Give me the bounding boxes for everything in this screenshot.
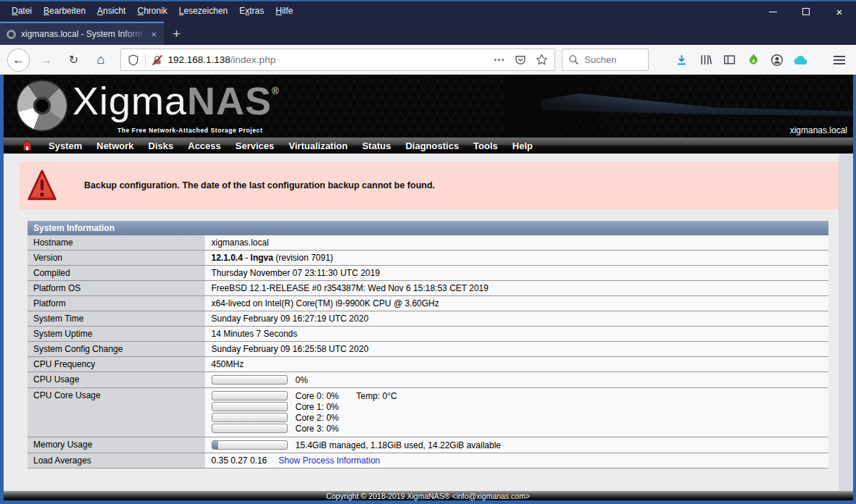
menu-lesezeichen[interactable]: Lesezeichen <box>173 1 233 21</box>
nav-diagnostics[interactable]: Diagnostics <box>398 140 466 151</box>
nav-system[interactable]: System <box>41 140 89 151</box>
row-label: Version <box>28 251 205 266</box>
page-actions-button[interactable]: ••• <box>494 56 505 64</box>
xigmanas-logo[interactable]: XigmaNAS® <box>17 81 279 130</box>
nav-services[interactable]: Services <box>228 140 282 151</box>
page-bottom-border <box>0 500 856 504</box>
back-button[interactable]: ← <box>7 49 30 72</box>
site-header: XigmaNAS® The Free Network-Attached Stor… <box>0 75 856 138</box>
nav-help[interactable]: Help <box>505 140 540 151</box>
warning-triangle-icon <box>25 169 59 202</box>
row-cpu-usage: CPU Usage 0% <box>28 372 828 388</box>
row-load-averages: Load Averages 0.35 0.27 0.16Show Process… <box>28 453 828 468</box>
minimize-button[interactable] <box>756 1 789 22</box>
row-value: x64-livecd on Intel(R) Core(TM) i9-9900K… <box>205 296 828 311</box>
page-viewport: XigmaNAS® The Free Network-Attached Stor… <box>0 75 856 504</box>
row-label: System Time <box>28 311 205 327</box>
tab-title: xigmanas.local - System Inform <box>21 29 148 39</box>
row-label: Hostname <box>28 235 205 251</box>
row-label: Platform OS <box>28 281 205 296</box>
row-system-time: System Time Sunday February 09 16:27:19 … <box>28 311 828 327</box>
row-label: CPU Usage <box>28 372 205 388</box>
toolbar-icons <box>670 49 814 71</box>
nav-disks[interactable]: Disks <box>141 140 181 151</box>
row-platform: Platform x64-livecd on Intel(R) Core(TM)… <box>28 296 828 311</box>
core0-progressbar <box>212 391 288 400</box>
page-right-border <box>853 75 856 504</box>
search-input[interactable] <box>584 54 642 65</box>
menu-hilfe[interactable]: Hilfe <box>270 1 299 21</box>
insecure-lock-icon[interactable] <box>151 54 163 66</box>
row-value: Thursday November 07 23:11:30 UTC 2019 <box>205 266 828 281</box>
row-label: Compiled <box>28 266 205 281</box>
row-value: 14 Minutes 7 Seconds <box>205 327 828 342</box>
maximize-button[interactable] <box>789 1 823 22</box>
backup-warning-banner: Backup configuration. The date of the la… <box>20 161 839 209</box>
xigmanas-logo-icon <box>17 81 67 130</box>
nav-tools[interactable]: Tools <box>466 140 505 151</box>
brand-tagline: The Free Network-Attached Storage Projec… <box>117 127 262 134</box>
downloads-button[interactable] <box>670 49 692 71</box>
row-value: Sunday February 09 16:25:58 UTC 2020 <box>205 342 828 357</box>
row-hostname: Hostname xigmanas.local <box>28 235 828 251</box>
content-right-gutter <box>839 154 853 491</box>
row-value: 450MHz <box>205 357 828 372</box>
nav-virtualization[interactable]: Virtualization <box>281 140 354 151</box>
page-content: Backup configuration. The date of the la… <box>4 154 839 491</box>
bookmark-star-button[interactable] <box>536 54 548 66</box>
menu-extras[interactable]: Extras <box>233 1 270 21</box>
warning-message: Backup configuration. The date of the la… <box>84 180 435 190</box>
brand-nas: NAS <box>187 79 272 122</box>
house-icon <box>22 140 33 151</box>
library-button[interactable] <box>694 49 716 71</box>
row-system-uptime: System Uptime 14 Minutes 7 Seconds <box>28 327 828 342</box>
row-label: Platform <box>28 296 205 311</box>
close-icon: × <box>836 7 843 17</box>
flame-extension-button[interactable] <box>742 49 764 71</box>
urlbar-divider <box>145 54 146 67</box>
memory-usage-progressbar <box>212 440 288 450</box>
cloud-extension-button[interactable] <box>790 49 812 71</box>
home-button[interactable]: ⌂ <box>90 49 111 71</box>
pocket-button[interactable] <box>515 54 526 66</box>
core0-temp: Temp: 0°C <box>357 391 397 401</box>
close-tab-button[interactable]: × <box>148 28 159 41</box>
sidebar-toggle-button[interactable] <box>718 49 740 71</box>
row-value: 0% <box>205 372 828 388</box>
row-value: 15.4GiB managed, 1.18GiB used, 14.22GiB … <box>205 437 828 453</box>
page-left-border <box>0 75 4 504</box>
hostname-badge: xigmanas.local <box>790 125 847 135</box>
show-process-information-link[interactable]: Show Process Information <box>278 455 380 466</box>
row-compiled: Compiled Thursday November 07 23:11:30 U… <box>28 266 828 281</box>
window-controls: × <box>756 1 856 22</box>
app-menu-button[interactable] <box>828 49 850 71</box>
row-value: 12.1.0.4 - Ingva (revision 7091) <box>205 251 828 266</box>
row-label: System Uptime <box>28 327 205 342</box>
registered-mark: ® <box>272 85 279 96</box>
menu-bearbeiten[interactable]: Bearbeiten <box>38 1 91 21</box>
new-tab-button[interactable]: + <box>164 26 189 45</box>
cpu-usage-progressbar <box>212 375 288 385</box>
row-label: Memory Usage <box>28 437 205 453</box>
url-host: 192.168.1.138 <box>168 54 230 65</box>
brand-xigma: Xigma <box>72 79 187 122</box>
menu-chronik[interactable]: Chronik <box>131 1 173 21</box>
nav-access[interactable]: Access <box>180 140 228 151</box>
forward-button[interactable]: → <box>36 49 57 71</box>
nav-network[interactable]: Network <box>89 140 141 151</box>
copyright-text: Copyright © 2018-2019 XigmaNAS® <info@xi… <box>326 492 530 500</box>
account-button[interactable] <box>766 49 788 71</box>
menu-datei[interactable]: Datei <box>6 1 38 21</box>
url-bar[interactable]: 192.168.1.138/index.php ••• <box>120 49 556 71</box>
search-bar[interactable] <box>562 49 649 71</box>
row-value: Core 0: 0%Temp: 0°C Core 1: 0% Core 2: 0… <box>205 387 828 437</box>
menu-ansicht[interactable]: Ansicht <box>91 1 131 21</box>
tab-xigmanas[interactable]: xigmanas.local - System Inform × <box>0 22 164 45</box>
close-window-button[interactable]: × <box>823 1 856 22</box>
row-value: FreeBSD 12.1-RELEASE #0 r354387M: Wed No… <box>205 281 828 296</box>
nav-home-button[interactable] <box>22 140 33 151</box>
reload-button[interactable]: ↻ <box>63 49 84 71</box>
nav-status[interactable]: Status <box>355 140 399 151</box>
core3-progressbar <box>212 424 288 433</box>
shield-icon[interactable] <box>128 54 139 66</box>
